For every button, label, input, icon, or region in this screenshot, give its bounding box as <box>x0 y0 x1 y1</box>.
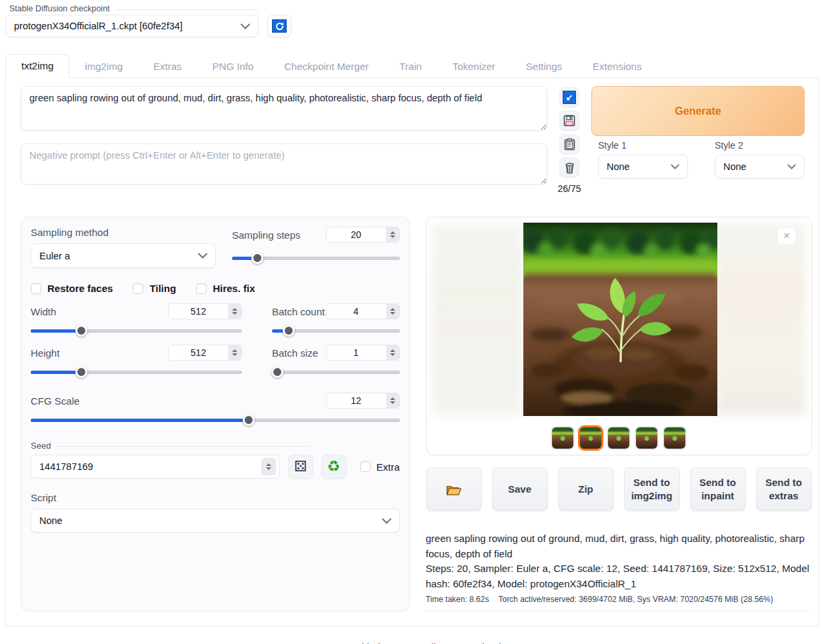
width-slider[interactable] <box>31 325 242 337</box>
close-icon[interactable]: × <box>777 227 796 245</box>
app-root: Stable Diffusion checkpoint protogenX34O… <box>0 0 824 644</box>
zip-button[interactable]: Zip <box>558 467 614 511</box>
read-parameters-button[interactable]: ↙ <box>559 87 579 107</box>
height-label: Height <box>31 347 59 359</box>
style2-value: None <box>723 161 747 172</box>
batch-size-label: Batch size <box>272 347 318 359</box>
sampling-steps-input[interactable]: 20 <box>326 227 400 243</box>
footer-link-reload-ui[interactable]: Reload UI <box>469 641 514 644</box>
restore-faces-checkbox[interactable]: Restore faces <box>31 283 113 294</box>
stepper-buttons[interactable] <box>228 304 241 319</box>
tab-extras[interactable]: Extras <box>138 55 197 78</box>
stepper-buttons[interactable] <box>261 458 276 475</box>
arrow-down-left-icon: ↙ <box>563 91 576 104</box>
checkpoint-label: Stable Diffusion checkpoint <box>9 4 110 13</box>
vram-usage-text: Torch active/reserved: 3699/4702 MiB, Sy… <box>498 595 773 604</box>
tab-train[interactable]: Train <box>384 55 437 78</box>
info-prompt-text: green sapling rowing out of ground, mud,… <box>426 531 809 561</box>
sampling-method-dropdown[interactable]: Euler a <box>31 243 216 268</box>
sampling-method-label: Sampling method <box>31 227 216 238</box>
label-divider <box>56 446 309 447</box>
floppy-disk-icon <box>563 115 575 127</box>
chevron-down-icon <box>198 253 207 259</box>
tab-txt2img[interactable]: txt2img <box>5 54 69 78</box>
footer-link-gradio[interactable]: Gradio <box>411 641 441 644</box>
stepper-buttons[interactable] <box>386 304 399 319</box>
script-dropdown[interactable]: None <box>31 509 400 533</box>
prompt-tools: ↙ 26/75 <box>547 86 591 194</box>
negative-prompt-input[interactable] <box>21 143 547 185</box>
script-label: Script <box>31 492 400 503</box>
chevron-down-icon <box>241 23 250 29</box>
tab-tokenizer[interactable]: Tokenizer <box>437 55 511 78</box>
sampling-method-value: Euler a <box>39 251 70 261</box>
thumbnail-1[interactable] <box>551 426 575 450</box>
gallery-next-image[interactable] <box>715 223 806 416</box>
refresh-checkpoint-button[interactable] <box>267 15 291 37</box>
generation-settings-panel: Sampling method Euler a Sampling steps 2… <box>21 217 410 611</box>
batch-size-slider[interactable] <box>272 366 400 378</box>
sampling-steps-slider[interactable] <box>232 252 400 264</box>
seed-input[interactable]: 1441787169 <box>31 455 280 479</box>
time-taken-text: Time taken: 8.62s <box>426 595 489 604</box>
footer-link-api[interactable]: API <box>310 641 326 644</box>
refresh-icon <box>272 19 287 33</box>
thumbnail-3[interactable] <box>607 426 631 450</box>
reuse-seed-button[interactable]: ♻ <box>321 455 347 479</box>
thumbnail-2-selected[interactable] <box>579 426 603 450</box>
tab-checkpoint-merger[interactable]: Checkpoint Merger <box>269 55 384 78</box>
hires-fix-checkbox[interactable]: Hires. fix <box>196 283 255 294</box>
output-actions: Save Zip Send to img2img Send to inpaint… <box>426 467 812 511</box>
stepper-buttons[interactable] <box>386 227 399 242</box>
save-style-button[interactable] <box>559 111 579 131</box>
tab-extensions[interactable]: Extensions <box>577 55 657 78</box>
style2-dropdown[interactable]: None <box>715 155 805 179</box>
extra-seed-checkbox[interactable]: Extra <box>360 461 400 473</box>
batch-count-input[interactable]: 4 <box>326 303 400 319</box>
open-folder-icon <box>446 483 462 496</box>
tab-png-info[interactable]: PNG Info <box>197 55 269 78</box>
clear-prompt-button[interactable] <box>559 157 579 177</box>
open-folder-button[interactable] <box>426 467 482 511</box>
seed-label: Seed <box>31 441 51 451</box>
chevron-down-icon <box>382 518 391 524</box>
style1-dropdown[interactable]: None <box>598 155 688 179</box>
random-seed-button[interactable]: ⚄ <box>288 455 313 479</box>
cfg-scale-slider[interactable] <box>31 414 400 426</box>
send-to-inpaint-button[interactable]: Send to inpaint <box>690 467 746 511</box>
txt2img-panel: green sapling rowing out of ground, mud,… <box>5 78 819 627</box>
dice-icon: ⚄ <box>294 458 307 475</box>
height-slider[interactable] <box>31 366 242 378</box>
style1-label: Style 1 <box>598 140 688 151</box>
chevron-down-icon <box>787 164 796 169</box>
prompt-input[interactable]: green sapling rowing out of ground, mud,… <box>21 86 547 131</box>
tab-bar: txt2img img2img Extras PNG Info Checkpoi… <box>5 53 819 78</box>
tiling-checkbox[interactable]: Tiling <box>133 283 176 294</box>
thumbnail-4[interactable] <box>635 426 659 450</box>
stepper-buttons[interactable] <box>228 345 241 360</box>
style1-value: None <box>607 161 630 172</box>
style2-label: Style 2 <box>715 140 805 151</box>
checkpoint-value: protogenX34OfficialR_1.ckpt [60fe2f34] <box>14 21 183 31</box>
checkpoint-dropdown[interactable]: protogenX34OfficialR_1.ckpt [60fe2f34] <box>5 15 259 37</box>
footer-link-github[interactable]: Github <box>354 641 383 644</box>
send-to-extras-button[interactable]: Send to extras <box>756 467 812 511</box>
thumbnail-5[interactable] <box>663 426 687 450</box>
apply-style-button[interactable] <box>559 134 579 154</box>
tab-settings[interactable]: Settings <box>511 55 577 78</box>
stepper-buttons[interactable] <box>386 345 399 360</box>
generated-image-sapling[interactable] <box>523 223 717 416</box>
batch-count-slider[interactable] <box>272 325 400 337</box>
width-input[interactable]: 512 <box>168 303 242 319</box>
tab-img2img[interactable]: img2img <box>69 55 138 78</box>
gallery-previous-image[interactable] <box>432 223 523 416</box>
cfg-scale-input[interactable]: 12 <box>326 393 400 409</box>
generate-button[interactable]: Generate <box>591 86 805 136</box>
batch-size-input[interactable]: 1 <box>326 345 400 361</box>
height-input[interactable]: 512 <box>168 345 242 361</box>
send-to-img2img-button[interactable]: Send to img2img <box>624 467 680 511</box>
save-button[interactable]: Save <box>492 467 548 511</box>
stepper-buttons[interactable] <box>386 393 399 408</box>
width-label: Width <box>31 306 56 317</box>
info-parameters-text: Steps: 20, Sampler: Euler a, CFG scale: … <box>426 561 809 591</box>
